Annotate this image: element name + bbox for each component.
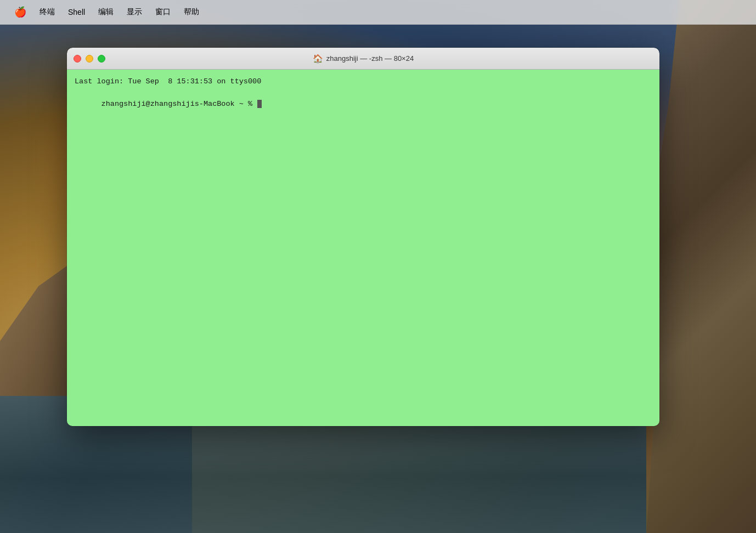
- maximize-button[interactable]: [98, 55, 105, 63]
- menu-display[interactable]: 显示: [121, 5, 148, 19]
- terminal-content[interactable]: Last login: Tue Sep 8 15:31:53 on ttys00…: [67, 70, 659, 426]
- menu-terminal[interactable]: 终端: [34, 5, 60, 19]
- terminal-window: 🏠 zhangshiji — -zsh — 80×24 Last login: …: [67, 48, 659, 426]
- window-controls: [74, 55, 105, 63]
- apple-menu[interactable]: 🍎: [9, 5, 32, 19]
- menu-edit[interactable]: 编辑: [93, 5, 119, 19]
- terminal-title-icon: 🏠: [313, 54, 323, 64]
- terminal-cursor: [257, 100, 262, 108]
- terminal-line-2: zhangshiji@zhangshijis-MacBook ~ %: [75, 87, 652, 121]
- menu-help[interactable]: 帮助: [178, 5, 205, 19]
- terminal-title-bar: 🏠 zhangshiji — -zsh — 80×24: [67, 48, 659, 70]
- menu-shell[interactable]: Shell: [63, 5, 91, 19]
- menu-window[interactable]: 窗口: [150, 5, 176, 19]
- menubar: 🍎 终端 Shell 编辑 显示 窗口 帮助: [0, 0, 756, 25]
- close-button[interactable]: [74, 55, 81, 63]
- minimize-button[interactable]: [86, 55, 93, 63]
- terminal-title: 🏠 zhangshiji — -zsh — 80×24: [313, 54, 414, 64]
- terminal-title-label: zhangshiji — -zsh — 80×24: [326, 54, 414, 63]
- terminal-line-1: Last login: Tue Sep 8 15:31:53 on ttys00…: [75, 76, 652, 87]
